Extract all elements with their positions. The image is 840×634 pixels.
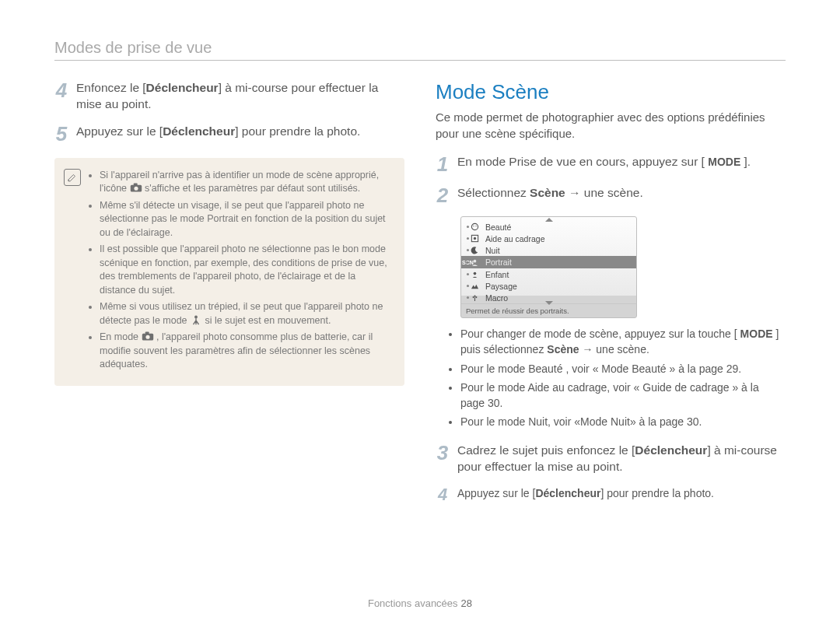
section-title: Mode Scène: [436, 80, 786, 104]
scene-option-beaute: Beauté: [471, 221, 636, 233]
text: → une scène.: [579, 343, 649, 356]
step-number: 1: [436, 154, 450, 174]
scene-label: Aide au cadrage: [485, 234, 544, 243]
text: Appuyez sur le [: [457, 487, 535, 499]
text: s'affiche et les paramètres par défaut s…: [145, 183, 360, 194]
timeline-dot-icon: [467, 296, 469, 299]
step-text: Enfoncez le [Déclencheur] à mi-course po…: [76, 80, 404, 113]
text: Appuyez sur le [: [76, 124, 163, 138]
note-list: Si l'appareil n'arrive pas à identifier …: [89, 169, 394, 375]
svg-point-8: [473, 226, 474, 226]
scene-hints-list: Pour changer de mode de scène, appuyez s…: [446, 326, 786, 430]
pencil-icon: [67, 172, 78, 183]
keyword: Déclencheur: [535, 487, 600, 499]
step-number: 5: [54, 124, 68, 144]
svg-point-2: [134, 187, 138, 191]
text: Cadrez le sujet puis enfoncez le [: [457, 443, 635, 457]
scene-menu-list: Beauté Aide au cadrage Nuit SCN: [461, 217, 636, 303]
svg-rect-1: [133, 184, 137, 186]
note-item: Même s'il détecte un visage, il se peut …: [100, 199, 394, 240]
keyword: Déclencheur: [635, 443, 707, 457]
scene-label: Portrait: [485, 257, 512, 267]
child-icon: [471, 270, 479, 278]
step-text: Appuyez sur le [Déclencheur] pour prendr…: [76, 124, 404, 144]
step-2-right: 2 Sélectionnez Scène → une scène.: [436, 185, 786, 205]
svg-point-11: [474, 237, 476, 240]
scene-option-enfant: Enfant: [471, 268, 636, 280]
step-number: 4: [54, 80, 68, 113]
page-number: 28: [461, 597, 472, 609]
right-column: Mode Scène Ce mode permet de photographi…: [436, 80, 786, 514]
two-column-layout: 4 Enfoncez le [Déclencheur] à mi-course …: [54, 80, 786, 514]
svg-point-14: [474, 296, 475, 297]
page-footer: Fonctions avancées28: [0, 597, 840, 609]
step-3-right: 3 Cadrez le sujet puis enfoncez le [Décl…: [436, 443, 786, 475]
chevron-down-icon: [545, 301, 553, 305]
text: En mode Prise de vue en cours, appuyez s…: [457, 155, 708, 168]
text: → une scène.: [565, 186, 643, 199]
document-page: Modes de prise de vue 4 Enfoncez le [Déc…: [0, 0, 840, 634]
left-column: 4 Enfoncez le [Déclencheur] à mi-course …: [54, 80, 404, 514]
note-icon: [64, 169, 81, 186]
svg-point-16: [475, 296, 477, 298]
svg-point-9: [475, 226, 476, 226]
step-4-right: 4 Appuyez sur le [Déclencheur] pour pren…: [436, 486, 786, 503]
timeline-dot-icon: [467, 249, 469, 251]
step-text: Sélectionnez Scène → une scène.: [457, 185, 786, 205]
hint-item: Pour le mode Beauté , voir « Mode Beauté…: [460, 361, 786, 377]
frame-guide-icon: [471, 234, 479, 243]
scene-option-aide-cadrage: Aide au cadrage: [471, 233, 636, 244]
face-icon: [471, 222, 479, 231]
scene-menu-illustration: Beauté Aide au cadrage Nuit SCN: [460, 216, 637, 318]
text: Pour changer de mode de scène, appuyez s…: [460, 328, 740, 340]
timeline-dot-icon: [467, 285, 469, 287]
note-item: Même si vous utilisez un trépied, il se …: [100, 300, 394, 328]
header-rule: [54, 60, 786, 61]
text: ] pour prendre la photo.: [235, 124, 360, 138]
footer-section: Fonctions avancées: [368, 597, 458, 609]
step-text: Cadrez le sujet puis enfoncez le [Déclen…: [457, 443, 786, 475]
keyword: Scène: [530, 186, 565, 199]
section-intro: Ce mode permet de photographier avec des…: [436, 109, 786, 142]
landscape-icon: [471, 282, 479, 290]
note-item: Si l'appareil n'arrive pas à identifier …: [100, 169, 394, 196]
svg-point-13: [474, 272, 477, 275]
step-5-left: 5 Appuyez sur le [Déclencheur] pour pren…: [54, 124, 404, 144]
mode-keycap: MODE: [708, 156, 740, 168]
scene-label: Nuit: [485, 246, 500, 255]
scene-menu-tooltip: Permet de réussir des portraits.: [461, 303, 636, 317]
svg-point-15: [473, 296, 474, 298]
text: En mode: [100, 331, 142, 342]
step-text: En mode Prise de vue en cours, appuyez s…: [457, 154, 786, 174]
timeline-dot-icon: [467, 237, 469, 240]
camera-smart-icon: [130, 182, 142, 193]
step-number: 2: [436, 185, 450, 205]
text: si le sujet est en mouvement.: [205, 315, 331, 326]
timeline-dot-icon: [467, 273, 469, 275]
hint-item: Pour le mode Aide au cadrage, voir « Gui…: [460, 380, 786, 412]
moon-icon: [471, 246, 479, 254]
scene-option-nuit: Nuit: [471, 244, 636, 256]
svg-point-3: [194, 315, 198, 318]
step-1-right: 1 En mode Prise de vue en cours, appuyez…: [436, 154, 786, 174]
scene-option-paysage: Paysage: [471, 280, 636, 292]
keyword: Déclencheur: [146, 81, 219, 94]
text: Enfoncez le [: [76, 81, 146, 94]
note-item: En mode , l'appareil photo consomme plus…: [100, 331, 394, 372]
svg-rect-5: [145, 332, 149, 335]
scene-option-macro: Macro: [471, 292, 636, 303]
scene-option-portrait-selected: SCN Portrait: [460, 256, 637, 268]
note-box: Si l'appareil n'arrive pas à identifier …: [54, 158, 404, 386]
step-text: Appuyez sur le [Déclencheur] pour prendr…: [457, 486, 786, 503]
timeline-dot-icon: [467, 226, 469, 228]
scene-label: Beauté: [485, 222, 511, 232]
note-item: Il est possible que l'appareil photo ne …: [100, 243, 394, 297]
svg-point-7: [471, 223, 478, 229]
scene-label: Enfant: [485, 270, 509, 279]
keyword: Scène: [547, 343, 579, 356]
flower-icon: [471, 293, 479, 302]
step-number: 3: [436, 443, 450, 475]
hint-item: Pour le mode Nuit, voir «Mode Nuit» à la…: [460, 414, 786, 429]
timeline-dot-icon: [466, 261, 468, 264]
page-header: Modes de prise de vue: [54, 39, 786, 57]
